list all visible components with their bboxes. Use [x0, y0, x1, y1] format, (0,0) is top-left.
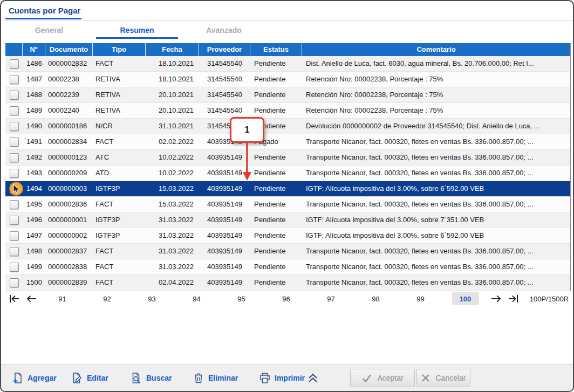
cell-proveedor: 314545540 — [199, 87, 250, 102]
table-row[interactable]: 14930000000209ATD10.02.2022403935149Pend… — [5, 166, 570, 181]
cell-fecha: 31.10.2021 — [146, 119, 199, 134]
row-checkbox[interactable] — [10, 263, 19, 272]
row-select-cell — [5, 56, 23, 71]
editar-button[interactable]: Editar — [71, 365, 108, 391]
row-checkbox[interactable] — [10, 216, 19, 225]
close-icon — [421, 373, 430, 383]
table-row[interactable]: 14990000002838FACT31.03.2022403935149Pen… — [5, 259, 570, 275]
cell-n: 1498 — [23, 244, 45, 259]
table-row[interactable]: 148700002238RETIVA18.10.2021314545540Pen… — [5, 72, 570, 87]
cell-tipo: RETIVA — [93, 103, 146, 118]
cell-comentario: Transporte Nicanor, fact. 000320, fletes… — [302, 197, 570, 212]
prev-page-icon — [25, 294, 37, 304]
page-button-97[interactable]: 97 — [309, 291, 353, 306]
table-row[interactable]: 14920000000123ATC10.02.2022403935149Pend… — [5, 150, 570, 166]
imprimir-button[interactable]: Imprimir — [259, 365, 305, 391]
row-checkbox[interactable] — [10, 75, 19, 84]
cell-comentario: Transporte Nicanor, fact. 000320, fletes… — [302, 150, 570, 165]
row-checkbox[interactable] — [10, 169, 19, 178]
cell-documento: 0000000123 — [45, 150, 93, 165]
aceptar-label: Aceptar — [377, 374, 403, 382]
double-chevron-up-icon — [306, 372, 319, 384]
cell-n: 1500 — [23, 275, 45, 290]
buscar-button[interactable]: Buscar — [131, 365, 172, 391]
tab-avanzado[interactable]: Avanzado — [184, 23, 264, 39]
row-select-cell — [5, 134, 23, 149]
row-select-cell — [5, 244, 23, 259]
pagination-pages: 919293949596979899100 — [40, 291, 488, 306]
cell-proveedor: 314545540 — [199, 72, 250, 87]
page-button-93[interactable]: 93 — [129, 291, 174, 306]
page-button-94[interactable]: 94 — [174, 291, 219, 306]
cell-proveedor: 314545540 — [199, 56, 250, 71]
header-proveedor: Proveedor — [199, 43, 250, 56]
collapse-toolbar-button[interactable] — [306, 365, 319, 391]
row-checkbox[interactable] — [10, 153, 19, 162]
cell-comentario: Transporte Nicanor, fact. 000320, fletes… — [302, 259, 570, 274]
header-n: Nº — [23, 43, 45, 56]
page-button-98[interactable]: 98 — [353, 291, 398, 306]
page-button-96[interactable]: 96 — [264, 291, 309, 306]
cell-fecha: 15.03.2022 — [146, 181, 199, 196]
cell-fecha: 20.10.2021 — [146, 103, 199, 118]
last-page-button[interactable] — [505, 294, 522, 304]
aceptar-button[interactable]: Aceptar — [350, 369, 415, 387]
table-row[interactable]: 14910000002834FACT02.02.2022403935149Pag… — [5, 134, 570, 150]
pagination-summary: 100P/1500R — [522, 295, 571, 303]
page-button-99[interactable]: 99 — [398, 291, 443, 306]
prev-page-button[interactable] — [23, 294, 40, 304]
table-row[interactable]: 14980000002837FACT31.03.2022403935149Pen… — [5, 244, 570, 259]
cell-proveedor: 403935149 — [199, 228, 250, 243]
cell-proveedor: 403935149 — [199, 212, 250, 228]
cancelar-button[interactable]: Cancelar — [416, 369, 470, 387]
row-checkbox[interactable] — [10, 137, 19, 147]
table-row[interactable]: 14940000000003IGTF3P15.03.2022403935149P… — [5, 181, 570, 197]
cell-documento: 0000000003 — [45, 181, 93, 196]
cell-fecha: 02.02.2022 — [146, 134, 199, 149]
next-page-button[interactable] — [488, 294, 505, 304]
table-row[interactable]: 15000000002839FACT02.04.2022403935149Pen… — [5, 275, 570, 291]
cell-n: 1499 — [23, 259, 45, 274]
table-row[interactable]: 14970000000002IGTF3P31.03.2022403935149P… — [5, 228, 570, 244]
page-button-92[interactable]: 92 — [85, 291, 129, 306]
table-row[interactable]: 14860000002832FACT18.10.2021314545540Pen… — [5, 56, 570, 72]
page-button-100[interactable]: 100 — [443, 291, 488, 306]
table-row[interactable]: 148900002240RETIVA20.10.2021314545540Pen… — [5, 103, 570, 119]
cell-estatus: Pendiente — [250, 103, 302, 118]
cell-n: 1495 — [23, 197, 45, 212]
row-checkbox[interactable] — [10, 59, 19, 68]
agregar-button[interactable]: Agregar — [12, 365, 57, 391]
row-checkbox[interactable] — [10, 200, 19, 209]
cell-comentario: Retención Nro: 00002238, Porcentaje : 75… — [302, 103, 570, 118]
cell-comentario: Transporte Nicanor, fact. 000320, fletes… — [302, 134, 570, 149]
cell-tipo: RETIVA — [93, 87, 146, 102]
eliminar-button[interactable]: Eliminar — [193, 365, 238, 391]
row-checkbox[interactable] — [10, 278, 19, 287]
bottom-toolbar: Agregar Editar Buscar — [1, 364, 573, 391]
row-checkbox[interactable] — [10, 122, 19, 131]
cell-n: 1493 — [23, 166, 45, 181]
page-button-95[interactable]: 95 — [219, 291, 264, 306]
first-page-button[interactable] — [5, 294, 23, 304]
row-checkbox[interactable] — [10, 247, 19, 256]
table-header-row: Nº Documento Tipo Fecha Proveedor Estatu… — [5, 43, 570, 56]
row-checkbox[interactable] — [10, 106, 19, 115]
cell-estatus: Pendiente — [250, 181, 302, 196]
printer-icon — [259, 372, 271, 384]
tab-resumen[interactable]: Resumen — [96, 23, 178, 39]
table-row[interactable]: 14960000000001IGTF3P31.03.2022403935149P… — [5, 212, 570, 228]
table-row[interactable]: 14950000002836FACT15.03.2022403935149Pen… — [5, 197, 570, 212]
cell-documento: 0000002838 — [45, 259, 93, 274]
cell-fecha: 20.10.2021 — [146, 87, 199, 102]
row-checkbox[interactable] — [10, 184, 19, 194]
cell-documento: 0000000209 — [45, 166, 93, 181]
cell-tipo: IGTF3P — [93, 228, 146, 243]
row-checkbox[interactable] — [10, 231, 19, 240]
cell-n: 1494 — [23, 181, 45, 196]
tab-general[interactable]: General — [8, 23, 90, 39]
table-row[interactable]: 14900000000186N/CR31.10.2021314545540Pen… — [5, 119, 570, 134]
page-button-91[interactable]: 91 — [40, 291, 85, 306]
cell-documento: 00002239 — [45, 87, 93, 102]
row-checkbox[interactable] — [10, 91, 19, 100]
table-row[interactable]: 148800002239RETIVA20.10.2021314545540Pen… — [5, 87, 570, 103]
